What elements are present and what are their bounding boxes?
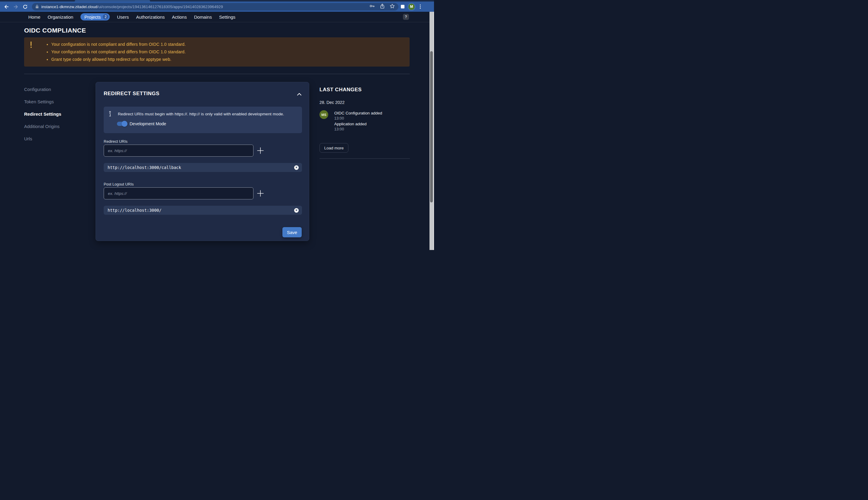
avatar: MS	[320, 110, 328, 119]
add-redirect-uri-button[interactable]	[257, 147, 264, 154]
divider	[24, 74, 410, 74]
add-post-logout-uri-button[interactable]	[257, 190, 264, 197]
sidebar-item-additional-origins[interactable]: Additional Origins	[24, 124, 60, 129]
nav-item-projects[interactable]: Projects 2	[80, 13, 110, 21]
redirect-uri-input[interactable]	[104, 145, 254, 157]
sidebar-item-redirect-settings[interactable]: Redirect Settings	[24, 112, 61, 116]
key-icon[interactable]	[369, 4, 375, 9]
page-title: OIDC COMPLIANCE	[24, 27, 86, 34]
nav-item-settings[interactable]: Settings	[219, 14, 235, 20]
lock-icon	[35, 4, 39, 9]
nav-item-users[interactable]: Users	[117, 14, 129, 20]
menu-dots-icon[interactable]	[420, 4, 421, 9]
warning-item: Your configuration is not compliant and …	[51, 48, 186, 56]
reload-icon[interactable]	[23, 4, 28, 9]
development-mode-label: Development Mode	[130, 121, 166, 126]
divider	[320, 158, 410, 159]
redirect-uri-value: http://localhost:3000/callback	[108, 165, 181, 170]
side-panel-icon[interactable]	[401, 5, 404, 9]
sidebar-item-urls[interactable]: Urls	[24, 136, 32, 141]
post-logout-uri-chip: http://localhost:3000/ ×	[104, 206, 302, 215]
url-text: instance1-dkmnzw.zitadel.cloud/ui/consol…	[41, 4, 223, 9]
browser-avatar[interactable]: M	[408, 4, 415, 10]
url-path: /ui/console/projects/194136146127618305/…	[97, 4, 223, 9]
nav-item-home[interactable]: Home	[28, 14, 41, 20]
remove-icon[interactable]: ×	[294, 208, 299, 213]
card-title: REDIRECT SETTINGS	[104, 91, 159, 97]
last-changes-title: LAST CHANGES	[320, 87, 361, 93]
screen: instance1-dkmnzw.zitadel.cloud/ui/consol…	[0, 0, 434, 250]
browser-toolbar: instance1-dkmnzw.zitadel.cloud/ui/consol…	[0, 1, 434, 12]
info-icon	[109, 111, 111, 118]
projects-count-badge: 2	[103, 14, 108, 20]
warning-item: Grant type code only allowed http redire…	[51, 56, 186, 63]
share-icon[interactable]	[380, 4, 385, 10]
star-icon[interactable]	[390, 4, 395, 10]
url-domain: instance1-dkmnzw.zitadel.cloud	[41, 4, 97, 9]
last-changes-date: 28. Dec 2022	[320, 100, 345, 105]
change-entry-time: 13:00	[334, 116, 344, 121]
post-logout-uri-value: http://localhost:3000/	[108, 208, 162, 213]
compliance-warning-box: Your configuration is not compliant and …	[24, 37, 410, 67]
change-entry-title: OIDC Configuration added	[334, 111, 382, 115]
post-logout-uri-input[interactable]	[104, 188, 254, 200]
change-entry-title: Application added	[334, 122, 367, 126]
remove-icon[interactable]: ×	[294, 166, 299, 170]
development-mode-toggle[interactable]	[117, 122, 126, 126]
nav-item-organization[interactable]: Organization	[48, 14, 73, 20]
scrollbar-thumb[interactable]	[430, 51, 433, 202]
toggle-thumb	[121, 121, 127, 127]
change-entry-time: 13:00	[334, 127, 344, 131]
sidebar-item-configuration[interactable]: Configuration	[24, 87, 51, 92]
chevron-up-icon[interactable]	[297, 92, 302, 97]
nav-item-domains[interactable]: Domains	[194, 14, 212, 20]
dev-mode-info-box: Redirect URIs must begin with https://. …	[104, 106, 302, 133]
nav-item-actions[interactable]: Actions	[172, 14, 187, 20]
post-logout-uris-label: Post Logout URIs	[104, 182, 134, 186]
warning-list: Your configuration is not compliant and …	[51, 41, 186, 63]
forward-icon[interactable]	[13, 4, 19, 9]
load-more-button[interactable]: Load more	[320, 143, 348, 153]
info-text: Redirect URIs must begin with https://. …	[118, 112, 284, 116]
back-icon[interactable]	[4, 4, 9, 9]
warning-icon	[29, 41, 33, 48]
warning-item: Your configuration is not compliant and …	[51, 41, 186, 48]
scrollbar-edge	[433, 12, 434, 250]
app-nav: Home Organization Projects 2 Users Autho…	[0, 12, 434, 22]
redirect-uri-chip: http://localhost:3000/callback ×	[104, 163, 302, 172]
redirect-uris-label: Redirect URIs	[104, 139, 127, 144]
nav-item-authorizations[interactable]: Authorizations	[136, 14, 165, 20]
url-bar[interactable]: instance1-dkmnzw.zitadel.cloud/ui/consol…	[32, 3, 399, 11]
sidebar-item-token-settings[interactable]: Token Settings	[24, 99, 54, 104]
redirect-settings-card: REDIRECT SETTINGS Redirect URIs must beg…	[96, 82, 309, 241]
help-button[interactable]: ?	[403, 14, 409, 20]
save-button[interactable]: Save	[282, 227, 302, 237]
